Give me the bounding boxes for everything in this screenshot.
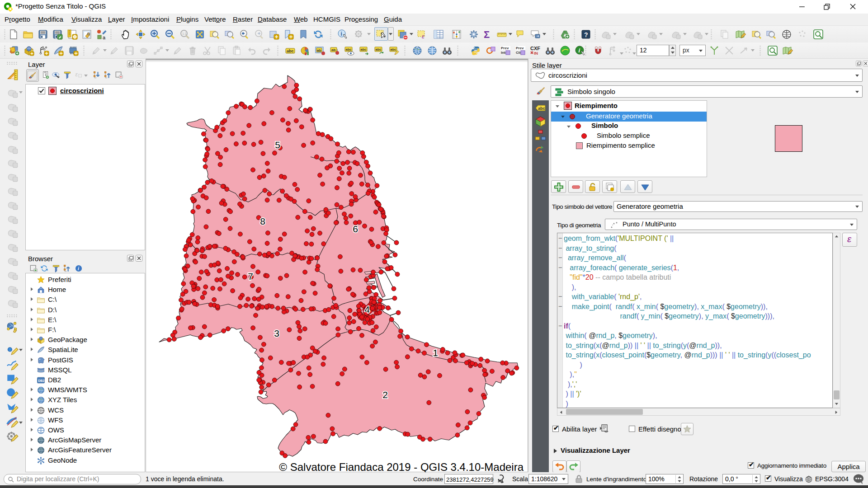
svg-text:Prev: Prev [516,46,524,50]
svg-text:1: 1 [433,347,438,358]
svg-text:abc: abc [391,47,396,52]
svg-text:?: ? [584,31,588,38]
svg-text:Σ: Σ [484,29,490,40]
svg-text:DB2: DB2 [38,379,44,383]
svg-text:abc: abc [346,47,352,52]
svg-text:a: a [103,35,106,40]
svg-text:abc: abc [287,49,294,53]
svg-text:abc: abc [361,47,367,52]
svg-text:ab: ab [317,48,321,52]
svg-text:3: 3 [274,328,279,338]
svg-text:8: 8 [260,216,265,226]
svg-text:5: 5 [275,140,280,150]
svg-text:i: i [341,31,342,37]
svg-text:ab: ab [331,48,335,52]
svg-text:IN: IN [534,51,538,56]
svg-text:1:1: 1:1 [182,32,187,35]
svg-text:abc: abc [376,47,382,52]
svg-text:CXF: CXF [530,46,540,51]
svg-text:Prev: Prev [501,46,509,50]
svg-text:4: 4 [364,304,370,314]
svg-text:ε: ε [75,71,78,78]
svg-text:i: i [579,47,580,54]
svg-text:i: i [78,266,79,271]
svg-text:7: 7 [248,271,253,282]
svg-text:2: 2 [382,389,388,400]
svg-text:ε: ε [422,33,425,40]
svg-text:abc: abc [538,106,545,111]
svg-text:6: 6 [353,224,358,234]
